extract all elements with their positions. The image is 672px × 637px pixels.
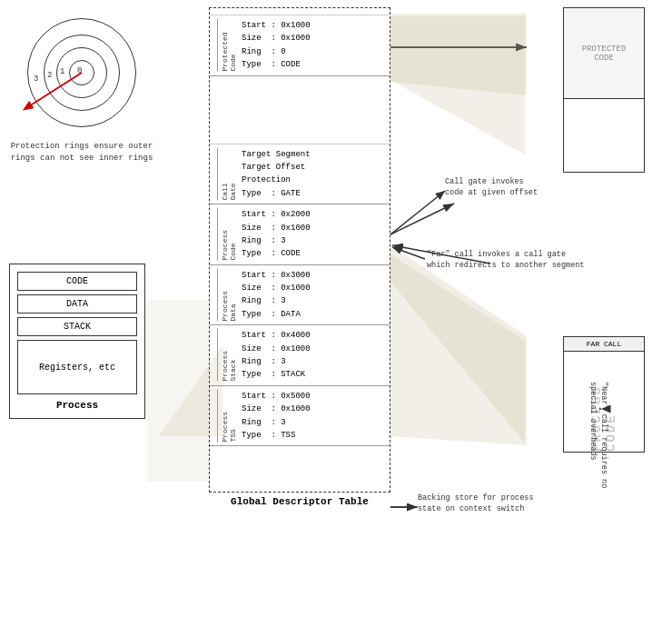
gdt-segment-call-gate: CallGate Target Segment Target Offset Pr… (210, 144, 390, 205)
gdt-title: Global Descriptor Table (209, 496, 390, 507)
process-stack-item: STACK (17, 317, 137, 336)
seg-label-process-data: ProcessData (217, 269, 237, 322)
seg-content-process-code: Start : 0x2000 Size : 0x1000 Ring : 3 Ty… (242, 208, 311, 261)
gdt-segment-protected-code: ProtectedCode Start : 0x1000 Size : 0x10… (210, 15, 390, 76)
svg-line-13 (390, 191, 445, 234)
rings-caption: Protection rings ensure outerrings can n… (9, 141, 154, 164)
seg-content-process-stack: Start : 0x4000 Size : 0x1000 Ring : 3 Ty… (242, 329, 311, 382)
seg-content-call-gate: Target Segment Target Offset Protection … (242, 148, 311, 201)
annotation-call-gate: Call gate invokescode at given offset (445, 177, 538, 199)
seg-content-protected-code: Start : 0x1000 Size : 0x1000 Ring : 0 Ty… (242, 19, 311, 72)
process-data-item: DATA (17, 294, 137, 314)
protected-code-label: PROTECTEDCODE (564, 8, 644, 99)
protected-code-box: PROTECTEDCODE (563, 7, 645, 173)
seg-label-process-code: ProcessCode (217, 208, 237, 261)
page-container: 0 1 2 3 Protection rings ensure outerrin… (0, 0, 672, 637)
svg-marker-17 (390, 16, 525, 154)
seg-label-call-gate: CallGate (217, 148, 237, 201)
process-registers: Registers, etc (17, 340, 137, 394)
svg-marker-0 (390, 14, 527, 95)
svg-line-10 (32, 73, 82, 105)
rings-section: 0 1 2 3 Protection rings ensure outerrin… (9, 9, 154, 164)
gdt-box: ProtectedCode Start : 0x1000 Size : 0x10… (209, 7, 390, 493)
seg-label-protected-code: ProtectedCode (217, 19, 237, 72)
svg-marker-18 (390, 254, 525, 445)
protected-code-bottom (564, 99, 644, 172)
svg-marker-1 (390, 245, 527, 445)
process-section: CODE DATA STACK Registers, etc Process (9, 264, 145, 419)
process-label: Process (17, 400, 137, 411)
gdt-segment-process-stack: ProcessStack Start : 0x4000 Size : 0x100… (210, 325, 390, 386)
gdt-segment-process-tss: ProcessTSS Start : 0x5000 Size : 0x1000 … (210, 386, 390, 447)
svg-line-14 (392, 247, 425, 259)
annotation-near-call: "Near" call requires nospecial overheads (587, 382, 608, 488)
seg-label-process-tss: ProcessTSS (217, 390, 237, 443)
seg-content-process-data: Start : 0x3000 Size : 0x1000 Ring : 3 Ty… (242, 269, 311, 322)
seg-label-process-stack: ProcessStack (217, 329, 237, 382)
gdt-segment-process-data: ProcessData Start : 0x3000 Size : 0x1000… (210, 265, 390, 326)
process-code-item: CODE (17, 272, 137, 291)
seg-content-process-tss: Start : 0x5000 Size : 0x1000 Ring : 3 Ty… (242, 390, 311, 443)
annotation-backing-store: Backing store for processstate on contex… (418, 493, 534, 515)
annotation-far-call: "Far" call invokes a call gatewhich redi… (427, 250, 584, 272)
svg-line-4 (390, 204, 454, 234)
gdt-section: ProtectedCode Start : 0x1000 Size : 0x10… (209, 7, 390, 507)
far-call-label: FAR CALL (564, 337, 644, 352)
gdt-segment-process-code: ProcessCode Start : 0x2000 Size : 0x1000… (210, 204, 390, 265)
svg-marker-19 (147, 300, 209, 482)
rings-diagram: 0 1 2 3 (18, 9, 145, 136)
